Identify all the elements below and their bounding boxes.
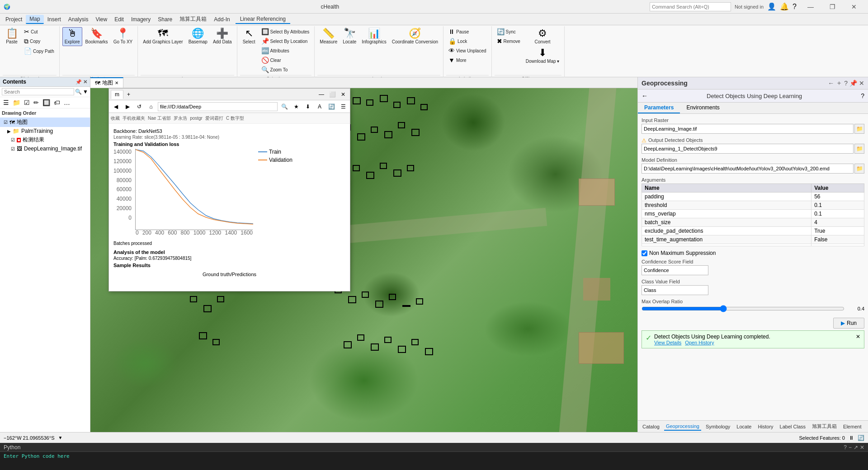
add-data-button[interactable]: ➕ Add Data <box>211 27 234 46</box>
layer-item-palmtraining[interactable]: ▶ 📁 PalmTraining <box>0 127 90 135</box>
coord-conversion-button[interactable]: 🧭 Coordinate Conversion <box>390 27 440 46</box>
lock-button[interactable]: 🔒 Lock <box>446 37 489 46</box>
pause-icon-status[interactable]: ⏸ <box>849 435 854 441</box>
contents-dropdown-icon[interactable]: ▼ <box>83 89 88 95</box>
browser-bookmark-btn[interactable]: ★ <box>291 102 301 112</box>
layer-check-detect[interactable]: ☑ <box>11 137 15 142</box>
arg-name-6[interactable] <box>642 244 811 246</box>
arg-name-1[interactable]: threshold <box>642 201 811 210</box>
arg-value-0[interactable]: 56 <box>811 193 864 201</box>
success-close-btn[interactable]: ✕ <box>856 334 860 340</box>
browser-tab-active[interactable]: m <box>111 90 123 99</box>
sync-button[interactable]: 🔄 Sync <box>495 27 523 36</box>
bookmarks-button[interactable]: 🔖 Bookmarks <box>83 27 110 46</box>
attributes-button[interactable]: 🔤 Attributes <box>259 46 312 55</box>
download-map-button[interactable]: ⬇ Download Map ▾ <box>524 47 561 66</box>
bookmark-3[interactable]: Nae 工省部 <box>148 115 171 122</box>
more-options-btn[interactable]: … <box>62 98 71 107</box>
menu-project[interactable]: Project <box>2 15 26 24</box>
arg-name-5[interactable]: test_time_augmentation <box>642 235 811 244</box>
map-tab[interactable]: 🗺 地图 ✕ <box>90 77 123 88</box>
close-button[interactable]: ✕ <box>844 0 864 14</box>
geo-add-btn[interactable]: ＋ <box>836 79 842 87</box>
locate-button[interactable]: 🔭 Locate <box>340 27 359 46</box>
geo-pin-btn[interactable]: 📌 <box>849 79 857 87</box>
bookmark-5[interactable]: postgr <box>190 116 203 121</box>
infographics-button[interactable]: 📊 Infographics <box>359 27 388 46</box>
user-icon[interactable]: 👤 <box>767 2 776 11</box>
view-unplaced-button[interactable]: 👁 View Unplaced <box>446 46 489 55</box>
select-by-loc-button[interactable]: 📌 Select By Location <box>259 37 312 46</box>
class-value-input[interactable] <box>642 285 708 295</box>
layer-check-map[interactable]: ☑ <box>4 120 8 125</box>
layer-check-palm[interactable]: ▶ <box>7 129 11 134</box>
list-by-drawing-order-btn[interactable]: ☰ <box>2 98 10 107</box>
bookmark-4[interactable]: 罗永浩 <box>174 115 187 122</box>
menu-addin[interactable]: Add-In <box>210 15 233 24</box>
measure-button[interactable]: 📏 Measure <box>317 27 340 46</box>
select-by-attr-button[interactable]: 🔲 Select By Attributes <box>259 27 312 36</box>
browser-forward-btn[interactable]: ▶ <box>123 102 132 112</box>
arg-value-4[interactable]: True <box>811 227 864 235</box>
new-tab-btn[interactable]: + <box>124 90 133 99</box>
clear-button[interactable]: 🚫 Clear <box>259 56 312 65</box>
layer-item-map[interactable]: ☑ 🗺 地图 <box>0 118 90 127</box>
footer-tab-labelclass[interactable]: Label Class <box>778 423 807 430</box>
browser-home-btn[interactable]: ⌂ <box>146 102 156 112</box>
coord-dropdown-icon[interactable]: ▼ <box>58 435 62 440</box>
menu-insert[interactable]: Insert <box>44 15 65 24</box>
geo-close-btn[interactable]: ✕ <box>859 79 864 87</box>
copy-path-button[interactable]: 📄 Copy Path <box>22 47 57 56</box>
geo-help2-btn[interactable]: ? <box>861 92 864 99</box>
arg-name-4[interactable]: exclude_pad_detections <box>642 227 811 235</box>
browser-maximize-btn[interactable]: ⬜ <box>327 89 337 99</box>
cut-button[interactable]: ✂ Cut <box>22 27 57 36</box>
run-button[interactable]: ▶ Run <box>833 318 864 329</box>
maximize-button[interactable]: ❐ <box>822 0 843 14</box>
python-expand-btn[interactable]: ↗ <box>854 444 858 451</box>
layer-item-detect[interactable]: ☑ ■ 检测结果 <box>0 135 90 145</box>
goto-xy-button[interactable]: 📍 Go To XY <box>111 27 135 46</box>
menu-edit[interactable]: Edit <box>111 15 127 24</box>
footer-tab-history[interactable]: History <box>756 423 775 430</box>
menu-xuansuan[interactable]: 旭算工具箱 <box>176 14 210 24</box>
footer-tab-catalog[interactable]: Catalog <box>641 423 661 430</box>
menu-analysis[interactable]: Analysis <box>65 15 92 24</box>
search-icon[interactable]: 🔍 <box>75 89 82 95</box>
arg-name-2[interactable]: nms_overlap <box>642 210 811 218</box>
browser-back-btn[interactable]: ◀ <box>111 102 121 112</box>
zoom-to-button[interactable]: 🔍 Zoom To <box>259 65 312 74</box>
menu-linear-ref[interactable]: Linear Referencing <box>236 15 290 24</box>
browser-menu-btn[interactable]: ☰ <box>338 102 348 112</box>
contents-close-icon[interactable]: ✕ <box>83 79 87 85</box>
geo-back-btn[interactable]: ← <box>828 79 834 87</box>
browser-address-bar[interactable] <box>158 102 278 111</box>
browser-close-btn[interactable]: ✕ <box>338 89 348 99</box>
contents-pin-icon[interactable]: 📌 <box>75 79 82 85</box>
command-search[interactable] <box>650 2 731 11</box>
output-objects-folder-btn[interactable]: 📁 <box>854 144 864 154</box>
minimize-button[interactable]: — <box>800 0 821 14</box>
menu-map[interactable]: Map <box>26 15 43 24</box>
python-minimize-btn[interactable]: − <box>849 444 852 451</box>
footer-tab-element[interactable]: Element <box>841 423 863 430</box>
arg-value-6[interactable] <box>811 244 864 246</box>
basemap-button[interactable]: 🌐 Basemap <box>186 27 210 46</box>
notification-icon[interactable]: 🔔 <box>780 2 789 11</box>
menu-view[interactable]: View <box>92 15 111 24</box>
footer-tab-xuansuan[interactable]: 旭算工具箱 <box>810 422 839 431</box>
arg-value-3[interactable]: 4 <box>811 218 864 227</box>
menu-imagery[interactable]: Imagery <box>127 15 154 24</box>
geo-help-btn[interactable]: ? <box>844 79 848 87</box>
browser-download-btn[interactable]: ⬇ <box>303 102 313 112</box>
view-details-link[interactable]: View Details <box>654 340 681 345</box>
arg-value-5[interactable]: False <box>811 235 864 244</box>
geo-tab-environments[interactable]: Environments <box>680 103 726 113</box>
select-button[interactable]: ↖ Select <box>240 27 258 46</box>
convert-button[interactable]: ⚙ Convert <box>524 27 561 46</box>
bookmark-2[interactable]: 手机收藏夹 <box>123 115 145 122</box>
list-by-source-btn[interactable]: 📁 <box>11 98 22 107</box>
output-objects-input[interactable] <box>642 144 854 154</box>
more-button[interactable]: ▼ More <box>446 56 489 65</box>
explore-button[interactable]: 🖱 Explore <box>62 27 82 46</box>
